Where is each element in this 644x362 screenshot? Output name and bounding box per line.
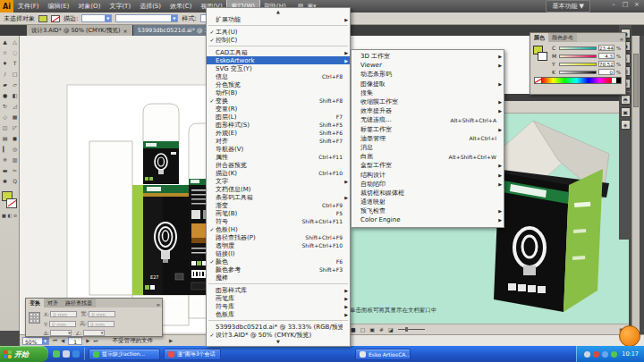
- eraser-tool[interactable]: ◧: [10, 89, 20, 100]
- none-swatch[interactable]: [535, 78, 541, 83]
- transform-field-value[interactable]: 0 mm: [88, 321, 114, 327]
- gradient-mode-icon[interactable]: ◧: [7, 213, 12, 218]
- close-icon[interactable]: ×: [632, 1, 641, 8]
- minimize-icon[interactable]: –: [609, 1, 618, 8]
- gradient-tool[interactable]: ◼: [10, 132, 20, 143]
- panel-stroke-swatch[interactable]: [538, 52, 547, 61]
- brush-combo[interactable]: [115, 14, 178, 22]
- color-panel-tab[interactable]: 颜色参考: [548, 33, 577, 42]
- transform-field-value[interactable]: 0 mm: [50, 311, 77, 317]
- channel-value-field[interactable]: 4.3: [598, 53, 614, 59]
- mesh-tool[interactable]: ▤: [0, 132, 10, 143]
- transform-panel-tab[interactable]: 对齐: [44, 299, 62, 307]
- menu-item[interactable]: ✓设计3.AID* @ 50% (CMYK/预览): [207, 331, 350, 339]
- menubar-item[interactable]: 选择(S): [135, 0, 165, 13]
- color-mode-icon[interactable]: ■: [2, 213, 6, 218]
- channel-value-field[interactable]: 0: [598, 69, 614, 75]
- view-pages-icon[interactable]: ▣: [369, 326, 375, 333]
- shear-angle-combo[interactable]: [83, 330, 105, 336]
- menu-item[interactable]: 动态条形码: [352, 70, 504, 79]
- menu-item[interactable]: 自动陷印▶: [352, 180, 504, 189]
- color-panel-tab[interactable]: 颜色: [530, 33, 548, 42]
- zoom-tool[interactable]: Q: [10, 175, 20, 186]
- transform-panel-tab[interactable]: 变换: [26, 299, 44, 307]
- first-page-icon[interactable]: ⏮: [53, 338, 57, 344]
- menu-item[interactable]: 效率提升器▶: [352, 106, 504, 115]
- fill-color-swatch[interactable]: [38, 15, 47, 22]
- spectrum-gradient[interactable]: [541, 78, 612, 83]
- menubar-item[interactable]: 文件(F): [13, 0, 44, 13]
- blob-brush-tool[interactable]: ●: [0, 89, 10, 100]
- none-mode-icon[interactable]: ⊘: [13, 213, 17, 218]
- menu-item[interactable]: 裁切框和媒体框: [352, 189, 504, 198]
- tab-close-icon[interactable]: ×: [123, 28, 128, 34]
- start-button[interactable]: 开始: [0, 346, 48, 362]
- last-page-icon[interactable]: ⏭: [93, 338, 97, 344]
- lasso-tool[interactable]: ◌: [10, 46, 20, 57]
- channel-value-field[interactable]: 78.52: [598, 61, 614, 67]
- show-desktop-icon[interactable]: [63, 350, 70, 358]
- magic-wand-tool[interactable]: ☆: [0, 46, 10, 57]
- zoom-slider[interactable]: [398, 329, 425, 330]
- perspective-tool[interactable]: ◸: [10, 122, 20, 132]
- menu-scroll-down-icon[interactable]: ▼: [207, 339, 350, 345]
- color-spectrum-bar[interactable]: [534, 77, 622, 84]
- width-tool[interactable]: ◇: [0, 111, 10, 122]
- menubar-item[interactable]: 效果(C): [165, 0, 196, 13]
- menubar-item[interactable]: 对象(O): [73, 0, 105, 13]
- workspace-switcher[interactable]: 基本功能 ▼: [546, 0, 590, 13]
- transform-field-value[interactable]: 0 mm: [49, 321, 76, 327]
- blend-tool[interactable]: ◎: [10, 143, 20, 154]
- menu-item[interactable]: 色板库▶: [207, 310, 350, 318]
- shape-builder-tool[interactable]: ◫: [0, 122, 10, 132]
- quicklaunch-app-icon[interactable]: [53, 350, 60, 358]
- channel-value-field[interactable]: 23.44: [598, 45, 614, 51]
- appearance-icon[interactable]: ◓: [621, 95, 631, 105]
- black-swatch[interactable]: [616, 78, 621, 83]
- menu-item[interactable]: 白底Alt+Shift+Ctrl+W: [352, 152, 504, 161]
- menu-item[interactable]: 图像提取▶: [352, 80, 504, 88]
- artboard-tool[interactable]: ▬: [0, 164, 10, 175]
- menu-item[interactable]: Color Engine▶: [352, 215, 504, 224]
- reference-point-locator[interactable]: [29, 312, 40, 324]
- view-contrast-icon[interactable]: ◪: [388, 326, 394, 333]
- tray-network-icon[interactable]: [602, 351, 608, 358]
- tray-volume-icon[interactable]: [584, 351, 590, 358]
- tray-update-icon[interactable]: [611, 351, 617, 358]
- rectangle-tool[interactable]: □: [10, 68, 20, 79]
- status-arrow-icon[interactable]: ▶: [169, 338, 173, 343]
- paintbrush-tool[interactable]: ▰: [0, 79, 10, 89]
- free-transform-tool[interactable]: ▦: [10, 111, 20, 122]
- taskbar-task-button[interactable]: Esko ArtiosCA...: [355, 349, 411, 360]
- slice-tool[interactable]: ✂: [10, 164, 20, 175]
- menu-item[interactable]: 消息: [352, 143, 504, 152]
- document-tab[interactable]: 设计3.AID* @ 50% (CMYK/预览)×: [27, 25, 133, 36]
- browser-icon[interactable]: [72, 350, 80, 358]
- stroke-color-swatch[interactable]: [51, 15, 60, 22]
- symbol-sprayer-tool[interactable]: ※: [0, 154, 10, 164]
- menu-item[interactable]: 3D 工作室▶: [352, 52, 504, 61]
- eyedropper-tool[interactable]: ▎: [0, 143, 10, 154]
- channel-slider[interactable]: [559, 46, 597, 50]
- view-solid-icon[interactable]: ■: [351, 326, 356, 333]
- menu-item[interactable]: 标签工作室▶: [352, 125, 504, 134]
- view-grid-icon[interactable]: #: [379, 326, 384, 333]
- view-page-icon[interactable]: ▢: [360, 326, 366, 333]
- rotate-angle-combo[interactable]: [50, 330, 72, 336]
- menubar-item[interactable]: 编辑(E): [44, 0, 74, 13]
- line-tool[interactable]: /: [0, 68, 10, 79]
- menu-item[interactable]: 油墨管理Alt+Ctrl+I: [352, 134, 504, 143]
- layers-icon[interactable]: ▣: [621, 107, 631, 117]
- scale-tool[interactable]: ◿: [10, 100, 20, 111]
- rotate-tool[interactable]: ↻: [0, 100, 10, 111]
- menu-item[interactable]: 无缝连痕...Alt+Shift+Ctrl+A: [352, 115, 504, 124]
- horizontal-scrollbar[interactable]: [344, 334, 644, 346]
- selection-tool[interactable]: ▲: [0, 36, 10, 46]
- taskbar-task-button[interactable]: 提示缺少action...: [89, 349, 160, 360]
- type-tool[interactable]: T: [10, 57, 20, 68]
- restore-icon[interactable]: □: [621, 1, 630, 8]
- menu-item[interactable]: 扩展功能▶: [207, 15, 350, 23]
- menu-item[interactable]: 收缩膜工作室▶: [352, 97, 504, 106]
- transform-field-value[interactable]: 0 mm: [89, 311, 115, 317]
- menu-item[interactable]: ✓控制(C): [207, 36, 350, 44]
